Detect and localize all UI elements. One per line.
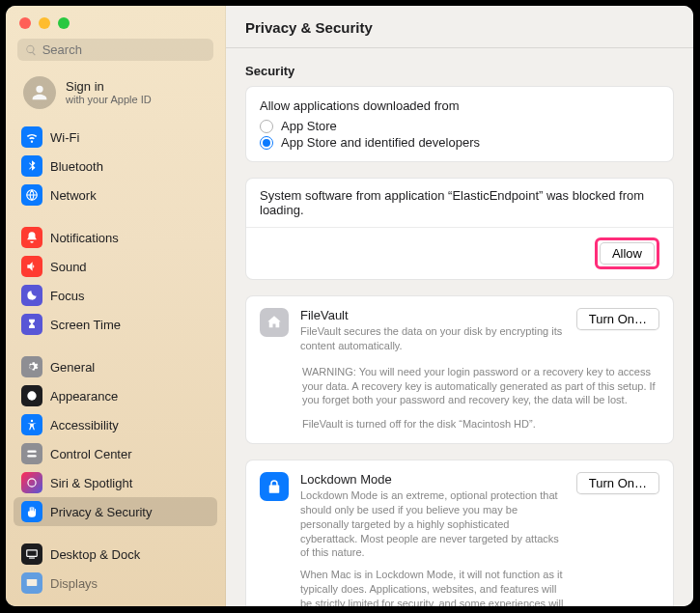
sidebar-item-label: Appearance	[50, 389, 118, 404]
allow-highlight: Allow	[595, 237, 659, 269]
sidebar-item-controlcenter[interactable]: Control Center	[14, 439, 217, 468]
search-input[interactable]	[42, 42, 206, 57]
sidebar-nav: Wi-Fi Bluetooth Network Notifications	[6, 123, 225, 606]
sidebar-item-bluetooth[interactable]: Bluetooth	[14, 152, 217, 181]
sidebar-item-focus[interactable]: Focus	[14, 281, 217, 310]
lockdown-desc: Lockdown Mode is an extreme, optional pr…	[300, 488, 565, 560]
lockdown-card: Lockdown Mode Lockdown Mode is an extrem…	[245, 460, 674, 606]
house-icon	[260, 308, 289, 337]
accessibility-icon	[21, 414, 42, 435]
sidebar-item-label: Bluetooth	[50, 159, 103, 174]
sidebar-item-label: General	[50, 360, 95, 375]
svg-rect-7	[29, 558, 35, 559]
sidebar-item-label: Siri & Spotlight	[50, 476, 132, 490]
page-title: Privacy & Security	[245, 19, 674, 36]
sidebar-item-wifi[interactable]: Wi-Fi	[14, 123, 217, 152]
filevault-turnon-button[interactable]: Turn On…	[576, 308, 659, 330]
svg-rect-6	[27, 550, 38, 556]
signin-subtitle: with your Apple ID	[66, 94, 152, 106]
network-icon	[21, 184, 42, 206]
close-button[interactable]	[19, 17, 31, 29]
svg-point-2	[31, 420, 33, 422]
desktop-icon	[21, 543, 42, 565]
sidebar-item-siri[interactable]: Siri & Spotlight	[14, 468, 217, 497]
hand-icon	[21, 501, 42, 522]
radio-icon	[260, 120, 273, 133]
filevault-card: FileVault FileVault secures the data on …	[245, 295, 674, 444]
blocked-software-card: System software from application “Elasti…	[245, 178, 674, 280]
sidebar-item-sound[interactable]: Sound	[14, 252, 217, 281]
speaker-icon	[21, 256, 42, 277]
filevault-warning: WARNING: You will need your login passwo…	[246, 365, 673, 418]
toggles-icon	[21, 443, 42, 464]
wifi-icon	[21, 126, 42, 148]
sidebar-item-label: Focus	[50, 289, 84, 303]
allow-apps-label: Allow applications downloaded from	[260, 98, 659, 113]
radio-appstore[interactable]: App Store	[260, 119, 659, 133]
sidebar-item-accessibility[interactable]: Accessibility	[14, 410, 217, 439]
sidebar-item-label: Wi-Fi	[50, 130, 79, 145]
radio-icon	[260, 136, 273, 150]
sidebar-item-label: Screen Time	[50, 318, 121, 332]
sidebar-item-label: Privacy & Security	[50, 505, 152, 519]
siri-icon	[21, 472, 42, 493]
svg-rect-3	[27, 451, 36, 453]
sidebar-item-displays[interactable]: Displays	[14, 569, 217, 598]
radio-label: App Store and identified developers	[281, 135, 480, 150]
sidebar-item-label: Notifications	[50, 231, 119, 245]
sidebar-item-general[interactable]: General	[14, 352, 217, 381]
radio-label: App Store	[281, 119, 337, 133]
radio-identified[interactable]: App Store and identified developers	[260, 135, 659, 150]
sidebar-item-label: Desktop & Dock	[50, 547, 140, 562]
lockdown-desc2: When Mac is in Lockdown Mode, it will no…	[300, 568, 565, 606]
svg-rect-8	[27, 579, 38, 586]
allow-apps-card: Allow applications downloaded from App S…	[245, 86, 674, 162]
sidebar-item-appearance[interactable]: Appearance	[14, 381, 217, 410]
svg-point-5	[28, 479, 36, 487]
lockdown-title: Lockdown Mode	[300, 472, 565, 487]
allow-button[interactable]: Allow	[600, 242, 655, 265]
sidebar-item-screentime[interactable]: Screen Time	[14, 310, 217, 339]
blocked-message: System software from application “Elasti…	[246, 179, 673, 227]
bluetooth-icon	[21, 155, 42, 177]
fullscreen-button[interactable]	[58, 17, 70, 29]
titlebar: Privacy & Security	[226, 6, 693, 48]
content: Security Allow applications downloaded f…	[226, 48, 693, 606]
bell-icon	[21, 227, 42, 248]
appearance-icon	[21, 385, 42, 406]
lockdown-turnon-button[interactable]: Turn On…	[576, 472, 659, 494]
sidebar-item-notifications[interactable]: Notifications	[14, 223, 217, 252]
sidebar-item-label: Sound	[50, 260, 87, 274]
sidebar-item-desktop[interactable]: Desktop & Dock	[14, 540, 217, 569]
lock-icon	[260, 472, 289, 501]
moon-icon	[21, 285, 42, 306]
svg-rect-4	[27, 455, 36, 457]
filevault-status: FileVault is turned off for the disk “Ma…	[246, 417, 673, 443]
gear-icon	[21, 356, 42, 377]
main-panel: Privacy & Security Security Allow applic…	[226, 6, 693, 606]
security-heading: Security	[245, 64, 674, 78]
system-settings-window: Sign in with your Apple ID Wi-Fi Bluetoo…	[6, 6, 693, 606]
sidebar-item-network[interactable]: Network	[14, 181, 217, 209]
filevault-title: FileVault	[300, 308, 565, 322]
filevault-desc: FileVault secures the data on your disk …	[300, 324, 565, 353]
sidebar-item-label: Accessibility	[50, 418, 119, 432]
search-icon	[25, 43, 38, 57]
display-icon	[21, 572, 42, 594]
hourglass-icon	[21, 314, 42, 335]
sidebar-item-privacy[interactable]: Privacy & Security	[14, 497, 217, 526]
signin-title: Sign in	[66, 79, 152, 95]
sidebar-item-label: Displays	[50, 576, 98, 591]
sidebar-item-label: Control Center	[50, 447, 132, 461]
search-field[interactable]	[17, 39, 213, 61]
avatar	[23, 76, 56, 109]
minimize-button[interactable]	[39, 17, 50, 29]
sidebar-item-label: Network	[50, 188, 97, 203]
signin-text: Sign in with your Apple ID	[66, 79, 152, 107]
window-controls	[6, 6, 225, 39]
sidebar: Sign in with your Apple ID Wi-Fi Bluetoo…	[6, 6, 226, 606]
signin-row[interactable]: Sign in with your Apple ID	[6, 70, 225, 123]
